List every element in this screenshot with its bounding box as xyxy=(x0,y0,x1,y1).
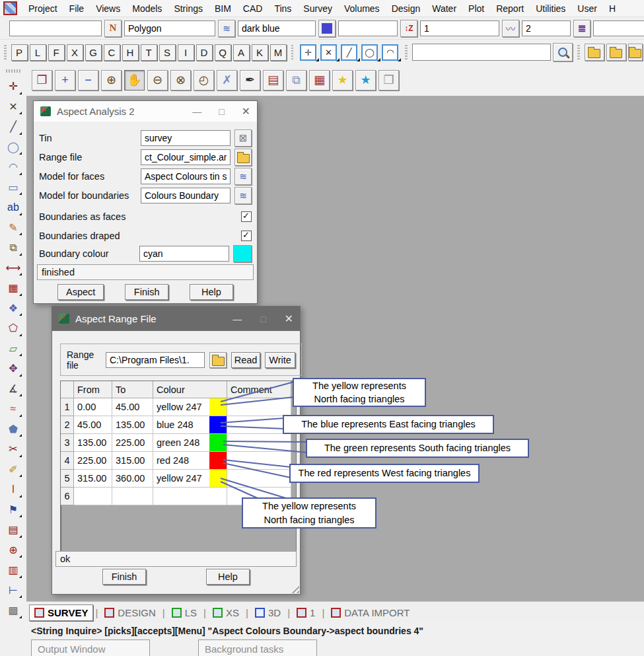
cad-text-icon[interactable]: ab xyxy=(4,198,22,217)
colour-input[interactable] xyxy=(238,20,316,36)
minimize-icon[interactable]: — xyxy=(192,107,201,116)
view-tab[interactable]: DESIGN xyxy=(100,605,161,620)
menu-item[interactable]: File xyxy=(63,2,90,15)
boundaries-draped-checkbox[interactable] xyxy=(241,231,252,241)
colour-cell[interactable]: blue 248 xyxy=(153,416,227,434)
maximize-icon[interactable]: □ xyxy=(260,314,266,324)
menu-item[interactable]: Views xyxy=(90,2,126,15)
toolbar-grip[interactable] xyxy=(405,45,408,59)
mode-button[interactable]: D xyxy=(196,44,213,61)
search-input[interactable] xyxy=(412,44,552,61)
layout-icon[interactable]: ❒ xyxy=(378,70,399,91)
range-file-browse-button[interactable] xyxy=(234,149,252,166)
cad-circle-icon[interactable]: ◯ xyxy=(4,137,22,156)
colour-cell[interactable]: yellow 247 xyxy=(153,470,227,488)
output-window-button[interactable]: Output Window xyxy=(31,639,150,656)
colour-cell[interactable] xyxy=(153,488,227,505)
view-copy-icon[interactable]: ❖ xyxy=(4,299,22,317)
linestyle-input[interactable] xyxy=(124,20,215,36)
section-icon[interactable]: ⊕ xyxy=(4,540,22,559)
line-snap-icon[interactable]: ╱ xyxy=(341,44,357,61)
tail-input[interactable] xyxy=(593,20,644,36)
mode-button[interactable]: C xyxy=(104,44,120,61)
cad-grid-icon[interactable]: ▦ xyxy=(4,279,22,297)
read-button[interactable]: Read xyxy=(231,352,260,368)
notes-icon[interactable]: ▤ xyxy=(4,521,22,539)
style-list-button[interactable]: ≣ xyxy=(573,20,590,37)
menu-item[interactable]: Report xyxy=(490,2,530,15)
model-boundaries-input[interactable] xyxy=(141,188,231,203)
colour-cell[interactable]: red 248 xyxy=(153,452,227,470)
intersect-snap-icon[interactable]: ✕ xyxy=(320,44,337,61)
resize-grip[interactable] xyxy=(289,583,299,593)
to-cell[interactable]: 45.00 xyxy=(112,398,153,416)
boundary-colour-swatch[interactable] xyxy=(233,245,252,262)
favourite-icon[interactable]: ★ xyxy=(332,70,353,91)
junction-icon[interactable]: ⊢ xyxy=(4,581,22,599)
view-tab[interactable]: LS xyxy=(167,605,201,620)
freehand-icon[interactable]: ✐ xyxy=(4,460,22,478)
style-input[interactable] xyxy=(522,20,571,36)
output-grid-icon[interactable]: ▩ xyxy=(4,601,22,620)
to-cell[interactable]: 315.00 xyxy=(112,452,153,470)
print-icon[interactable]: ▤ xyxy=(263,70,283,91)
menu-item[interactable]: Strings xyxy=(168,2,209,15)
row-number-cell[interactable]: 4 xyxy=(61,452,74,470)
mode-button[interactable]: M xyxy=(270,44,287,61)
finish-button[interactable]: Finish xyxy=(102,569,146,585)
menu-item[interactable]: Survey xyxy=(297,2,338,15)
row-number-cell[interactable]: 3 xyxy=(61,434,74,452)
dialog-titlebar[interactable]: Aspect Analysis 2 — □ ✕ xyxy=(34,101,257,122)
from-cell[interactable]: 45.00 xyxy=(74,416,112,434)
row-number-cell[interactable]: 1 xyxy=(61,398,74,416)
mode-button[interactable]: X xyxy=(67,44,83,61)
from-cell[interactable]: 0.00 xyxy=(74,398,112,416)
comment-cell[interactable] xyxy=(227,470,291,488)
view-tab[interactable]: 3D xyxy=(250,605,285,620)
write-button[interactable]: Write xyxy=(265,352,295,368)
close-icon[interactable]: ✕ xyxy=(242,106,250,117)
menu-item[interactable]: Utilities xyxy=(530,2,571,15)
range-file-browse-button[interactable] xyxy=(209,352,227,368)
point-snap-icon[interactable]: ✛ xyxy=(300,44,316,61)
from-cell[interactable] xyxy=(74,488,112,505)
z-order-button[interactable]: ↕Z xyxy=(400,20,417,37)
search-button[interactable] xyxy=(553,43,573,61)
maximize-icon[interactable]: □ xyxy=(219,107,224,116)
menu-item[interactable]: Volumes xyxy=(338,2,386,15)
plot-frame-icon[interactable]: ❐ xyxy=(32,70,52,91)
cad-cross-icon[interactable]: ✕ xyxy=(4,97,22,116)
survey-instrument-icon[interactable]: ⚑ xyxy=(4,500,22,519)
height-input[interactable] xyxy=(338,20,398,36)
tin-select-button[interactable]: ⊠ xyxy=(234,129,252,147)
sheet-icon[interactable]: ▦ xyxy=(309,70,330,91)
row-number-cell[interactable]: 5 xyxy=(61,470,74,488)
mode-button[interactable]: A xyxy=(233,44,250,61)
menu-item[interactable]: Project xyxy=(22,2,63,15)
background-tasks-button[interactable]: Background tasks xyxy=(198,639,317,656)
mode-button[interactable]: H xyxy=(122,44,139,61)
colour-swatch[interactable] xyxy=(209,434,227,451)
zoom-extents-icon[interactable]: ⊕ xyxy=(101,70,122,91)
toolbar-grip[interactable] xyxy=(6,69,20,73)
colour-swatch[interactable] xyxy=(209,416,227,433)
menu-item[interactable]: User xyxy=(571,2,603,15)
to-cell[interactable]: 360.00 xyxy=(112,470,153,488)
project-folder-button[interactable] xyxy=(585,44,604,61)
finish-button[interactable]: Finish xyxy=(125,284,168,300)
row-number-cell[interactable]: 6 xyxy=(61,488,74,505)
linestyle-list-button[interactable]: ≋ xyxy=(218,20,235,37)
to-cell[interactable]: 135.00 xyxy=(112,416,153,434)
view-tab[interactable]: 1 xyxy=(292,605,320,620)
help-button[interactable]: Help xyxy=(206,569,250,585)
mode-button[interactable]: S xyxy=(159,44,176,61)
menu-item[interactable]: Tins xyxy=(268,2,297,15)
boundary-colour-input[interactable] xyxy=(139,246,229,262)
weight-input[interactable] xyxy=(420,20,499,36)
comment-cell[interactable] xyxy=(227,434,291,452)
template-button[interactable]: N xyxy=(104,20,122,37)
minimise-view-icon[interactable]: − xyxy=(78,70,98,91)
comment-cell[interactable] xyxy=(227,398,291,416)
range-file-input[interactable] xyxy=(141,149,231,165)
colour-swatch-button[interactable] xyxy=(318,20,336,37)
